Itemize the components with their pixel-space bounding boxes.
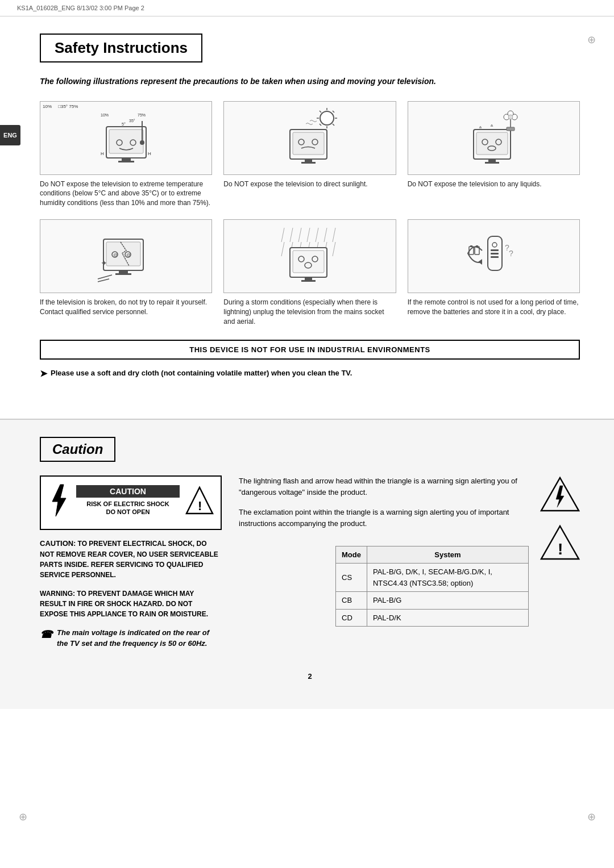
- tv-storm-svg: [279, 225, 341, 287]
- right-icons: !: [540, 475, 580, 561]
- svg-rect-19: [301, 162, 316, 164]
- svg-line-26: [333, 124, 334, 126]
- svg-text:35°: 35°: [129, 119, 135, 123]
- svg-point-40: [508, 115, 513, 119]
- illus-item-liquids: Do NOT expose the television to any liqu…: [408, 101, 580, 189]
- system-cs: PAL-B/G, D/K, I, SECAM-B/G.D/K, I, NTSC4…: [367, 564, 528, 592]
- svg-line-25: [320, 111, 321, 112]
- svg-line-51: [98, 279, 109, 282]
- svg-rect-35: [485, 162, 499, 164]
- svg-line-60: [281, 242, 284, 256]
- caution-right-text-2: The exclamation point within the triangl…: [239, 507, 529, 529]
- remote-svg: ? ?: [462, 225, 525, 287]
- svg-rect-72: [305, 277, 312, 280]
- svg-rect-48: [119, 270, 128, 273]
- tv-broken-svg: @ @ ✦: [95, 225, 157, 287]
- svg-rect-77: [491, 253, 499, 254]
- svg-line-53: [281, 228, 284, 242]
- arrow-icon: ➤: [40, 368, 47, 379]
- caution-warning-box: CAUTION RISK OF ELECTRIC SHOCK DO NOT OP…: [40, 475, 222, 530]
- italic-note: ☎ The main voltage is indicated on the r…: [40, 627, 222, 649]
- caution-bold-paragraph: CAUTION: TO PREVENT ELECTRICAL SHOCK, DO…: [40, 538, 222, 580]
- svg-rect-76: [491, 249, 499, 251]
- illus-caption-broken: If the television is broken, do not try …: [40, 298, 212, 317]
- svg-line-59: [333, 228, 335, 242]
- svg-line-28: [320, 124, 321, 126]
- svg-line-66: [333, 242, 335, 256]
- svg-rect-34: [488, 159, 496, 162]
- reg-mark-top-right: ⊕: [586, 34, 597, 45]
- safety-title-box: Safety Instructions: [40, 34, 202, 62]
- svg-rect-73: [301, 280, 316, 282]
- safety-section: Safety Instructions The following illust…: [0, 16, 614, 419]
- svg-text:@: @: [113, 252, 118, 257]
- please-note: ➤ Please use a soft and dry cloth (not c…: [40, 369, 580, 379]
- svg-line-57: [316, 228, 318, 242]
- illus-box-storm: [223, 219, 396, 293]
- tv-sun-svg: [279, 107, 341, 169]
- header-bar: KS1A_01602B_ENG 8/13/02 3:00 PM Page 2: [0, 0, 614, 16]
- svg-line-55: [298, 228, 301, 242]
- svg-marker-90: [556, 486, 564, 507]
- illus-item-broken: @ @ ✦ If the television is broken, do no…: [40, 219, 212, 317]
- illustrations-row-1: 10% □35° 75%: [40, 101, 580, 208]
- illus-caption-temp: Do NOT expose the television to extreme …: [40, 180, 212, 208]
- warning-paragraph: WARNING: TO PREVENT DAMAGE WHICH MAY RES…: [40, 589, 222, 619]
- mode-table-header-system: System: [367, 546, 528, 564]
- caution-content-row: CAUTION RISK OF ELECTRIC SHOCK DO NOT OP…: [40, 475, 580, 649]
- svg-rect-30: [476, 132, 508, 155]
- caution-title-box: Caution: [40, 437, 115, 462]
- svg-line-27: [333, 111, 334, 112]
- caution-label: CAUTION: [76, 485, 180, 498]
- illus-item-temp: 10% □35° 75%: [40, 101, 212, 208]
- svg-rect-5: [118, 161, 134, 162]
- svg-rect-81: [470, 245, 472, 247]
- illus-caption-remote: If the remote control is not used for a …: [408, 298, 580, 317]
- svg-point-75: [492, 243, 497, 247]
- svg-line-56: [307, 228, 310, 242]
- table-row: CD PAL-D/K: [336, 609, 529, 627]
- caution-warning-inner: CAUTION RISK OF ELECTRIC SHOCK DO NOT OP…: [48, 483, 214, 518]
- mode-table: Mode System CS PAL-B/G, D/K, I, SECAM-B/…: [335, 546, 529, 627]
- svg-line-54: [290, 228, 293, 242]
- svg-line-50: [98, 275, 112, 279]
- lightning-triangle-icon: [540, 475, 580, 512]
- table-row: CB PAL-B/G: [336, 592, 529, 610]
- page-number: 2: [40, 661, 580, 686]
- temp-overlay-text: 10% □35° 75%: [43, 104, 78, 109]
- svg-text:H: H: [101, 151, 104, 156]
- svg-marker-86: [52, 485, 66, 516]
- mode-cd: CD: [336, 609, 367, 627]
- table-row: CS PAL-B/G, D/K, I, SECAM-B/G.D/K, I, NT…: [336, 564, 529, 592]
- svg-text:10%: 10%: [101, 113, 109, 117]
- lightning-section: [48, 483, 70, 518]
- svg-line-58: [324, 228, 327, 242]
- illus-caption-liquids: Do NOT expose the television to any liqu…: [408, 180, 580, 189]
- reg-mark-bottom-right: ⊕: [586, 811, 597, 823]
- svg-rect-15: [293, 132, 324, 155]
- svg-marker-79: [478, 259, 482, 265]
- phone-icon: ☎: [40, 627, 52, 642]
- svg-text:!: !: [198, 499, 202, 513]
- mode-cs: CS: [336, 564, 367, 592]
- system-cb: PAL-B/G: [367, 592, 528, 610]
- illus-box-liquids: [408, 101, 580, 175]
- system-cd: PAL-D/K: [367, 609, 528, 627]
- safety-intro: The following illustrations represent th…: [40, 76, 580, 87]
- safety-title: Safety Instructions: [55, 39, 188, 57]
- illus-box-temp: 10% □35° 75%: [40, 101, 212, 175]
- lightning-bolt-icon: [48, 483, 70, 518]
- illus-box-broken: @ @ ✦: [40, 219, 212, 293]
- device-notice: THIS DEVICE IS NOT FOR USE IN INDUSTRIAL…: [40, 340, 580, 360]
- svg-text:!: !: [558, 540, 563, 558]
- svg-rect-49: [115, 273, 131, 275]
- svg-point-7: [140, 140, 144, 145]
- svg-rect-41: [507, 127, 515, 131]
- svg-text:?: ?: [509, 249, 513, 258]
- exclaim-triangle-icon: !: [185, 485, 214, 516]
- illustrations-row-2: @ @ ✦ If the television is broken, do no…: [40, 219, 580, 326]
- svg-text:@: @: [126, 252, 131, 257]
- caution-right-text: The lightning flash and arrow head withi…: [239, 475, 529, 627]
- eng-badge: ENG: [0, 125, 20, 145]
- svg-rect-78: [491, 256, 499, 258]
